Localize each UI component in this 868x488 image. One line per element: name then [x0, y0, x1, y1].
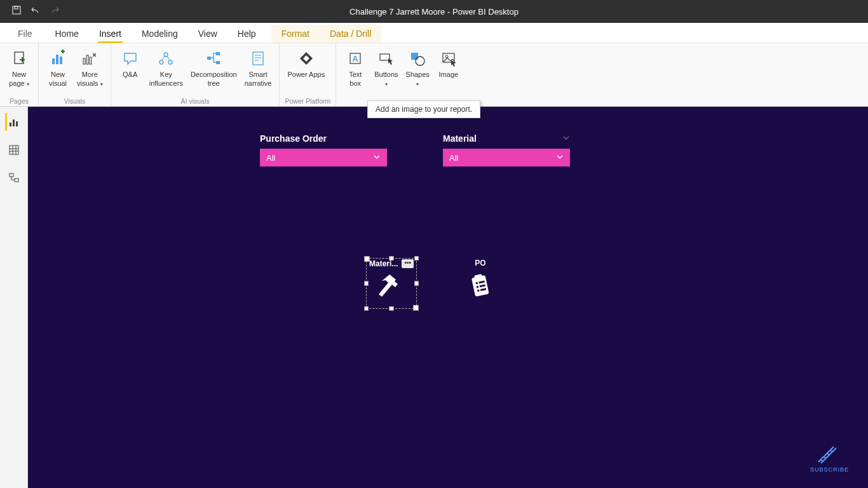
svg-line-52 [820, 460, 824, 461]
more-visuals-button[interactable]: More visuals ▾ [74, 47, 105, 90]
svg-line-55 [830, 451, 833, 452]
visual-title-po: PO [475, 259, 485, 268]
svg-rect-12 [90, 57, 92, 64]
chevron-down-icon [373, 153, 381, 163]
image-label: Image [439, 70, 459, 79]
redo-icon[interactable] [50, 5, 60, 18]
subscribe-watermark: SUBSCRIBE [810, 444, 849, 473]
ribbon-group-name-pages: Pages [5, 96, 33, 105]
svg-rect-41 [15, 179, 18, 182]
slicer-dropdown-material[interactable]: All [443, 149, 570, 166]
tab-view[interactable]: View [188, 25, 227, 43]
visual-title-material: Materi... [369, 259, 398, 268]
power-apps-icon [296, 48, 316, 69]
new-page-button[interactable]: New page ▾ [5, 47, 33, 90]
image-button[interactable]: Image [435, 47, 463, 80]
svg-rect-33 [13, 119, 15, 126]
slicer-label-po: Purchase Order [260, 133, 387, 144]
smart-narrative-label: Smart narrative [245, 70, 272, 88]
svg-rect-18 [207, 57, 211, 60]
chevron-down-icon [556, 153, 564, 163]
svg-rect-10 [83, 58, 85, 64]
text-box-button[interactable]: A Text box [341, 47, 369, 89]
smart-narrative-button[interactable]: Smart narrative [242, 47, 275, 89]
svg-rect-28 [411, 53, 418, 60]
svg-rect-32 [10, 123, 11, 126]
new-visual-icon [48, 48, 68, 69]
svg-rect-35 [10, 146, 18, 154]
visual-material[interactable]: Materi... ••• [366, 258, 417, 309]
undo-icon[interactable] [31, 5, 41, 18]
ribbon-group-elements: A Text box Buttons▾ Shapes▾ Image [336, 43, 468, 106]
power-apps-label: Power Apps [287, 70, 325, 79]
svg-rect-34 [16, 121, 18, 126]
svg-point-14 [159, 60, 163, 64]
svg-rect-40 [10, 173, 13, 177]
key-influencers-label: Key influencers [149, 70, 183, 88]
slicer-label-material: Material [443, 133, 570, 144]
tab-insert[interactable]: Insert [89, 25, 132, 43]
qna-button[interactable]: Q&A [116, 47, 144, 80]
model-view-button[interactable] [5, 169, 23, 187]
hammer-icon [367, 269, 416, 306]
svg-rect-0 [13, 6, 20, 14]
slicer-dropdown-po[interactable]: All [260, 149, 387, 166]
decomposition-tree-icon [203, 48, 224, 69]
svg-rect-48 [477, 286, 479, 288]
data-view-button[interactable] [5, 141, 23, 159]
decomposition-tree-label: Decomposition tree [191, 70, 237, 88]
decomposition-tree-button[interactable]: Decomposition tree [188, 47, 240, 89]
svg-line-17 [167, 56, 170, 60]
svg-text:A: A [353, 54, 359, 64]
save-icon[interactable] [11, 5, 22, 18]
shapes-icon [407, 48, 428, 69]
tab-home[interactable]: Home [45, 25, 89, 43]
buttons-label: Buttons▾ [374, 70, 398, 89]
key-influencers-button[interactable]: Key influencers [147, 47, 186, 89]
visual-more-menu[interactable]: ••• [402, 259, 414, 268]
ribbon-group-name-visuals: Visuals [44, 96, 105, 105]
more-visuals-icon [79, 48, 100, 69]
visual-header-po: PO [455, 258, 506, 268]
qna-icon [120, 48, 140, 69]
new-visual-button[interactable]: New visual [44, 47, 72, 89]
text-box-icon: A [345, 48, 365, 69]
ribbon-group-name-pp: Power Platform [285, 96, 330, 105]
more-visuals-label: More visuals ▾ [77, 70, 103, 89]
key-influencers-icon [156, 48, 176, 69]
svg-rect-7 [60, 57, 62, 64]
tab-data-drill[interactable]: Data / Drill [320, 25, 381, 43]
slicer-purchase-order: Purchase Order All [260, 133, 387, 166]
chevron-down-icon[interactable] [562, 133, 570, 144]
svg-line-53 [824, 457, 827, 458]
tab-format[interactable]: Format [271, 25, 320, 43]
tab-modeling[interactable]: Modeling [132, 25, 188, 43]
ribbon-group-power-platform: Power Apps Power Platform [280, 43, 336, 106]
svg-rect-20 [216, 61, 220, 64]
app-title: Challenge 7 Jarrett Moore - Power BI Des… [349, 7, 519, 17]
report-view-button[interactable] [5, 113, 23, 131]
svg-point-15 [168, 60, 172, 64]
tab-help[interactable]: Help [227, 25, 266, 43]
menubar: File Home Insert Modeling View Help Form… [0, 23, 868, 43]
slicer-value-material: All [449, 153, 458, 163]
ribbon-group-pages: New page ▾ Pages [0, 43, 39, 106]
new-page-label: New page ▾ [9, 70, 29, 89]
svg-rect-1 [15, 6, 18, 9]
power-apps-button[interactable]: Power Apps [285, 47, 327, 80]
report-canvas[interactable]: Purchase Order All Material All Materi..… [28, 107, 868, 488]
svg-rect-27 [380, 54, 390, 60]
tab-file[interactable]: File [8, 25, 45, 43]
image-icon [438, 48, 459, 69]
ribbon: New page ▾ Pages New visual More visuals… [0, 43, 868, 107]
svg-line-54 [827, 454, 830, 455]
buttons-button[interactable]: Buttons▾ [372, 47, 400, 90]
titlebar: Challenge 7 Jarrett Moore - Power BI Des… [0, 0, 868, 23]
buttons-icon [376, 48, 397, 69]
ribbon-group-name-ai: AI visuals [116, 96, 275, 105]
svg-point-31 [445, 55, 448, 58]
shapes-button[interactable]: Shapes▾ [403, 47, 432, 90]
visual-po[interactable]: PO [455, 258, 506, 309]
shapes-label: Shapes▾ [406, 70, 430, 89]
svg-line-16 [162, 56, 165, 60]
